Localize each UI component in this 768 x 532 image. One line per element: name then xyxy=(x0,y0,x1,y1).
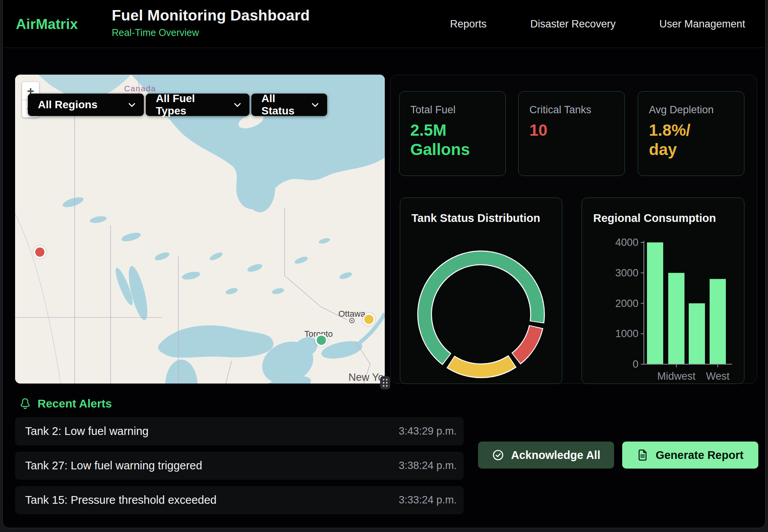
tank-marker-critical[interactable] xyxy=(34,246,46,258)
alert-message: Tank 2: Low fuel warning xyxy=(25,425,148,438)
acknowledge-all-button[interactable]: Acknowledge All xyxy=(478,442,614,469)
chevron-down-icon xyxy=(234,103,241,107)
svg-text:4000: 4000 xyxy=(615,237,638,248)
metrics-panel: Total Fuel 2.5M Gallons Critical Tanks 1… xyxy=(390,75,757,384)
svg-text:2000: 2000 xyxy=(615,298,638,309)
stat-value-avg-depletion: 1.8%/ day xyxy=(649,121,733,160)
tank-status-chart-card: Tank Status Distribution xyxy=(400,198,562,384)
map-label-canada: Canada xyxy=(124,84,156,93)
regional-consumption-bar-chart: 01000200030004000MidwestWest xyxy=(582,198,745,384)
title-block: Fuel Monitoring Dashboard Real-Time Over… xyxy=(112,7,310,38)
check-circle-icon xyxy=(492,449,504,461)
city-symbol-ottawa xyxy=(349,318,355,323)
alert-row[interactable]: Tank 2: Low fuel warning 3:43:29 p.m. xyxy=(15,417,464,445)
generate-report-label: Generate Report xyxy=(655,449,743,462)
tank-marker-normal[interactable] xyxy=(315,334,328,346)
svg-text:West: West xyxy=(706,370,730,382)
generate-report-button[interactable]: Generate Report xyxy=(622,442,758,469)
main-nav: Reports Disaster Recovery User Managemen… xyxy=(450,0,745,48)
stat-label: Critical Tanks xyxy=(529,104,614,116)
tank-status-donut-chart xyxy=(400,198,563,384)
nav-disaster-recovery[interactable]: Disaster Recovery xyxy=(530,18,616,30)
page-title: Fuel Monitoring Dashboard xyxy=(112,7,310,24)
recent-alerts-header: Recent Alerts xyxy=(19,397,112,410)
stat-value-total-fuel: 2.5M Gallons xyxy=(410,121,495,160)
status-filter-value: All Status xyxy=(261,92,305,117)
stat-card-avg-depletion: Avg Depletion 1.8%/ day xyxy=(638,91,744,176)
fuel-map[interactable]: Canada Ottawa Toronto New York + − All R… xyxy=(15,75,385,384)
fuel-type-filter-dropdown[interactable]: All Fuel Types xyxy=(146,94,249,116)
region-filter-dropdown[interactable]: All Regions xyxy=(28,94,144,116)
svg-text:3000: 3000 xyxy=(615,267,638,279)
page-subtitle: Real-Time Overview xyxy=(112,27,310,38)
header: AirMatrix Fuel Monitoring Dashboard Real… xyxy=(3,0,765,48)
region-filter-value: All Regions xyxy=(38,99,97,111)
chevron-down-icon xyxy=(312,103,319,107)
alert-row[interactable]: Tank 15: Pressure threshold exceeded 3:3… xyxy=(15,486,464,514)
stat-value-critical-tanks: 10 xyxy=(529,121,614,140)
map-resize-handle[interactable] xyxy=(380,376,390,389)
document-icon xyxy=(637,449,649,461)
alert-row[interactable]: Tank 27: Low fuel warning triggered 3:38… xyxy=(15,452,464,480)
alert-message: Tank 27: Low fuel warning triggered xyxy=(25,459,202,472)
svg-text:Midwest: Midwest xyxy=(657,370,696,382)
app-window: AirMatrix Fuel Monitoring Dashboard Real… xyxy=(2,0,766,528)
map-label-new-york: New York xyxy=(348,372,385,384)
brand-logo: AirMatrix xyxy=(16,16,78,32)
alert-timestamp: 3:38:24 p.m. xyxy=(399,460,457,472)
chevron-down-icon xyxy=(128,103,135,107)
tank-marker-warning[interactable] xyxy=(363,313,375,326)
stat-card-total-fuel: Total Fuel 2.5M Gallons xyxy=(399,91,506,176)
alert-message: Tank 15: Pressure threshold exceeded xyxy=(25,494,217,506)
fuel-type-filter-value: All Fuel Types xyxy=(156,92,227,117)
acknowledge-all-label: Acknowledge All xyxy=(511,449,601,462)
nav-reports[interactable]: Reports xyxy=(450,18,487,30)
svg-text:0: 0 xyxy=(633,358,638,370)
stat-label: Avg Depletion xyxy=(649,104,733,116)
status-filter-dropdown[interactable]: All Status xyxy=(251,94,327,116)
regional-consumption-chart-card: Regional Consumption 01000200030004000Mi… xyxy=(582,198,744,384)
recent-alerts-title: Recent Alerts xyxy=(38,397,112,410)
stat-card-critical-tanks: Critical Tanks 10 xyxy=(518,91,625,176)
svg-text:1000: 1000 xyxy=(615,328,638,339)
map-filters: All Regions All Fuel Types All Status xyxy=(28,94,327,116)
nav-user-management[interactable]: User Management xyxy=(659,18,745,30)
alert-timestamp: 3:33:24 p.m. xyxy=(399,494,457,506)
bell-icon xyxy=(19,397,31,410)
alert-timestamp: 3:43:29 p.m. xyxy=(399,425,457,437)
stat-label: Total Fuel xyxy=(410,104,495,116)
